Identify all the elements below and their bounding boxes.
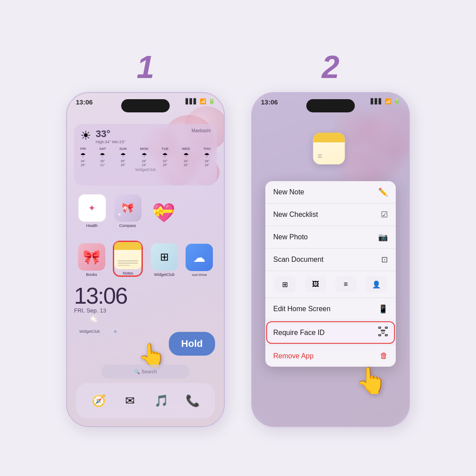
dynamic-island-2 <box>306 99 355 112</box>
remove-app-icon: 🗑 <box>380 351 388 361</box>
step-2-number: 2 <box>322 49 339 85</box>
edit-home-label: Edit Home Screen <box>273 305 331 313</box>
weather-location: Maebashi <box>192 128 211 133</box>
forecast-mon: MON ☂ 28° 24° <box>140 147 149 167</box>
battery-icon: 🔋 <box>208 98 215 104</box>
app-notes[interactable]: Notes <box>113 241 143 277</box>
notes-icon-lines <box>118 260 138 266</box>
main-container: 1 13:06 ▋▋▋ 📶 🔋 <box>0 0 476 476</box>
svg-rect-0 <box>379 327 381 328</box>
app-icloud[interactable]: ☁ oud Drive <box>186 244 213 277</box>
new-note-icon: ✏️ <box>378 187 388 197</box>
step-1-section: 1 13:06 ▋▋▋ 📶 🔋 <box>66 49 225 427</box>
wifi-icon: 📶 <box>200 98 206 104</box>
app-widgetclub[interactable]: ⊞ WidgetClub <box>151 243 178 277</box>
menu-item-new-checklist[interactable]: New Checklist ☑ <box>265 204 396 226</box>
menu-item-remove-app[interactable]: Remove App 🗑 <box>265 345 396 367</box>
sparkle-4: ✦ <box>93 318 98 324</box>
require-face-id-label: Require Face ID <box>273 329 325 337</box>
search-label: 🔍 Search <box>134 369 157 375</box>
forecast-tue: TUE ☂ 32° 25° <box>162 147 169 167</box>
forecast-sun: SUN ☂ 35° 25° <box>119 147 127 167</box>
compass-label: Compass <box>119 223 136 228</box>
new-photo-label: New Photo <box>273 233 308 241</box>
dock-compass[interactable]: 🧭 <box>87 389 110 412</box>
step-2-section: 2 13:06 ▋▋▋ 📶 🔋 <box>251 49 410 427</box>
svg-rect-3 <box>385 335 387 336</box>
svg-rect-1 <box>385 327 387 328</box>
weather-desc: High:34° Min:25° <box>96 140 187 144</box>
widget-widgetclub-small: WidgetClub <box>74 327 105 336</box>
dock-phone[interactable]: 📞 <box>181 389 204 412</box>
menu-item-require-face-id[interactable]: Require Face ID <box>265 320 396 345</box>
scan-label: Scan Document <box>273 256 324 264</box>
weather-forecast: FRI ☂ 34° 25° SAT ☂ 30° 21° SUN ☂ 35 <box>80 147 211 167</box>
books-label: Books <box>86 272 97 277</box>
weather-widget: ☀ 33° High:34° Min:25° Maebashi FRI ☂ 34… <box>74 124 217 186</box>
new-photo-icon: 📷 <box>378 232 388 242</box>
battery-icon-2: 🔋 <box>394 98 400 104</box>
notes-icon-centered <box>313 133 345 164</box>
clock-time: 13:06 <box>74 283 127 309</box>
status-time-1: 13:06 <box>76 98 93 106</box>
forecast-wed: WED ☂ 34° 25° <box>182 147 190 167</box>
new-note-label: New Note <box>273 188 304 196</box>
menu-item-scan[interactable]: Scan Document ⊡ <box>265 249 396 271</box>
health-icon-bg: ✦ <box>78 194 106 222</box>
mini-icon-photo[interactable]: 🖼 <box>305 276 326 292</box>
new-checklist-icon: ☑ <box>381 210 388 219</box>
icloud-icon-bg: ☁ <box>186 244 213 271</box>
signal-icon: ▋▋▋ <box>186 98 197 104</box>
svg-point-5 <box>384 330 385 331</box>
books-icon-bg: 🎀 <box>78 243 105 271</box>
menu-item-new-note[interactable]: New Note ✏️ <box>265 181 396 204</box>
app-empty-1 <box>186 201 213 228</box>
dock: 🧭 ✉ 🎵 📞 <box>76 383 215 418</box>
sparkle-1: ✦ <box>122 203 129 213</box>
dock-music[interactable]: 🎵 <box>150 389 173 412</box>
forecast-sat: SAT ☂ 30° 21° <box>99 147 106 167</box>
heart-jewel-icon: 💝 <box>150 199 177 226</box>
mini-icon-person[interactable]: 👤 <box>366 276 387 292</box>
signal-icon-2: ▋▋▋ <box>371 98 383 104</box>
weather-temp: 33° <box>96 128 187 140</box>
widget-a-small: A <box>109 327 122 336</box>
status-icons-1: ▋▋▋ 📶 🔋 <box>186 98 215 104</box>
remove-app-label: Remove App <box>273 352 314 360</box>
app-heart-jewel[interactable]: 💝 <box>150 199 177 228</box>
status-time-2: 13:06 <box>261 98 278 106</box>
new-checklist-label: New Checklist <box>273 211 318 219</box>
widgetclub-label: WidgetClub <box>154 272 175 277</box>
menu-icons-row: ⊞ 🖼 ≡ 👤 <box>265 271 396 298</box>
app-books[interactable]: 🎀 Books <box>78 243 105 277</box>
notes-icon-bg <box>114 242 141 269</box>
apps-row-1: ✦ Health 🎀 Compass 💝 <box>74 194 217 228</box>
health-label: Health <box>86 223 97 228</box>
forecast-fri: FRI ☂ 34° 25° <box>80 147 86 167</box>
menu-item-new-photo[interactable]: New Photo 📷 <box>265 226 396 249</box>
context-menu: New Note ✏️ New Checklist ☑ New Photo 📷 … <box>265 181 396 367</box>
apps-row-2: 🎀 Books Notes <box>74 241 217 277</box>
notes-label: Notes <box>123 271 133 275</box>
search-bar[interactable]: 🔍 Search <box>101 364 190 379</box>
notes-large-icon <box>313 133 345 164</box>
clock-widget: 13:06 FRI, Sep. 13 <box>74 283 127 314</box>
edit-home-icon: 📱 <box>378 304 388 314</box>
step-1-number: 1 <box>137 49 154 85</box>
hand-cursor-2: 👆 <box>355 365 387 395</box>
widgetclub-icon-bg: ⊞ <box>151 243 178 271</box>
mini-icon-grid[interactable]: ⊞ <box>275 276 296 292</box>
mini-icon-list[interactable]: ≡ <box>335 276 357 292</box>
menu-item-edit-home[interactable]: Edit Home Screen 📱 <box>265 298 396 320</box>
weather-info: 33° High:34° Min:25° <box>96 128 187 144</box>
sparkle-2: ✦ <box>118 212 121 217</box>
status-icons-2: ▋▋▋ 📶 🔋 <box>371 98 400 104</box>
app-health[interactable]: ✦ Health <box>78 194 106 228</box>
weather-icon: ☀ <box>80 128 91 143</box>
weather-widget-label: WidgetClub <box>80 167 211 172</box>
svg-rect-2 <box>379 335 381 336</box>
notes-icon-yellow-bar <box>114 242 141 250</box>
hold-button[interactable]: Hold <box>169 332 215 356</box>
dock-mail[interactable]: ✉ <box>119 389 141 412</box>
wifi-icon-2: 📶 <box>385 98 391 104</box>
